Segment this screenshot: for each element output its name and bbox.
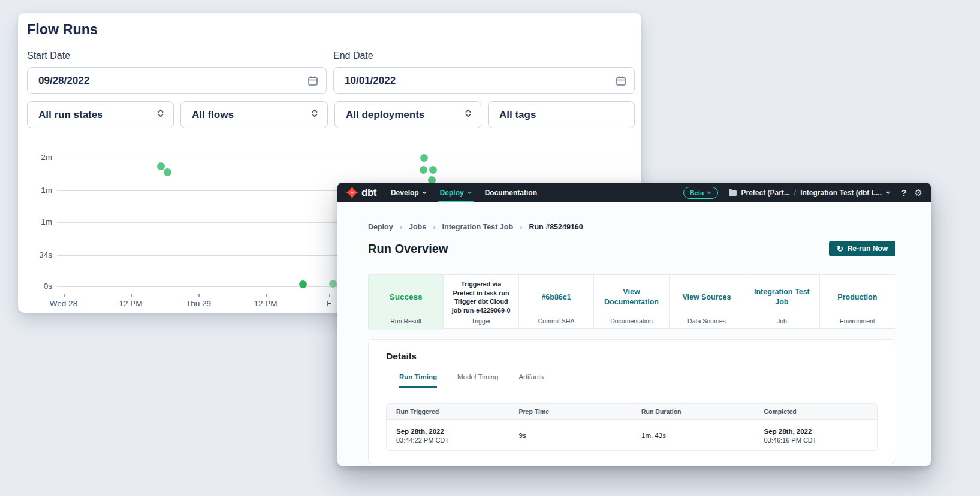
end-date-field <box>333 67 635 94</box>
card-label: Commit SHA <box>519 317 593 325</box>
tab-model-timing[interactable]: Model Timing <box>457 373 498 388</box>
dbt-cloud-window: dbt Develop Deploy Documentation Beta <box>337 183 931 466</box>
tags-select-value: All tags <box>499 109 536 121</box>
run-states-select[interactable]: All run states <box>27 101 174 128</box>
table-header-row: Run Triggered Prep Time Run Duration Com… <box>387 404 877 420</box>
summary-card-trigger: Triggered via Prefect in task run Trigge… <box>444 275 518 330</box>
breadcrumb-deploy[interactable]: Deploy <box>368 223 393 231</box>
help-icon[interactable]: ? <box>901 188 907 198</box>
chevron-down-icon <box>707 191 711 194</box>
nav-item-deploy[interactable]: Deploy <box>440 183 472 202</box>
flow-run-scatter-point[interactable] <box>420 166 427 174</box>
chevron-right-icon: › <box>433 222 435 231</box>
chart-gridline <box>57 158 632 158</box>
tags-select[interactable]: All tags <box>488 101 635 128</box>
separator: / <box>794 189 796 197</box>
col-header-run-triggered: Run Triggered <box>387 408 509 415</box>
card-label: Documentation <box>594 317 668 325</box>
beta-label: Beta <box>690 189 704 196</box>
tab-run-timing[interactable]: Run Timing <box>399 373 437 388</box>
x-axis-tick-mark <box>131 294 132 297</box>
desktop: Flow Runs Start Date End Date All r <box>0 0 980 496</box>
job-link[interactable]: Integration Test Job <box>750 287 813 307</box>
folder-icon <box>729 189 737 196</box>
commit-sha-link[interactable]: #6b86c1 <box>541 292 571 303</box>
cell-prep-time: 9s <box>509 432 632 439</box>
nav-item-documentation[interactable]: Documentation <box>485 183 537 202</box>
y-axis-tick-label: 34s <box>35 250 52 260</box>
cell-completed: Sep 28th, 2022 03:46:16 PM CDT <box>755 428 878 444</box>
x-axis-tick-label: Wed 28 <box>50 299 77 308</box>
calendar-icon[interactable] <box>616 75 626 89</box>
nav-item-label: Deploy <box>440 189 464 197</box>
tab-artifacts[interactable]: Artifacts <box>518 373 544 388</box>
nav-item-label: Develop <box>391 189 419 197</box>
details-heading: Details <box>386 351 417 362</box>
details-card: Details Run Timing Model Timing Artifact… <box>368 339 895 464</box>
rerun-now-label: Re-run Now <box>848 244 888 253</box>
summary-card-documentation: View Documentation Documentation <box>594 275 669 330</box>
summary-card-environment: Production Environment <box>820 275 895 330</box>
start-date-field <box>27 67 327 94</box>
title-row: Run Overview ↻ Re-run Now <box>368 241 895 256</box>
card-label: Trigger <box>444 317 518 325</box>
view-sources-link[interactable]: View Sources <box>682 292 731 303</box>
page-title: Run Overview <box>368 242 448 256</box>
rerun-now-button[interactable]: ↻ Re-run Now <box>829 241 895 256</box>
beta-dropdown[interactable]: Beta <box>683 187 719 199</box>
col-header-prep-time: Prep Time <box>509 408 632 415</box>
dbt-top-nav: dbt Develop Deploy Documentation Beta <box>337 183 931 202</box>
flows-select[interactable]: All flows <box>180 101 328 128</box>
y-axis-tick-label: 1m <box>35 186 52 195</box>
end-date-input[interactable] <box>334 68 634 93</box>
x-axis-tick-label: Thu 29 <box>186 299 211 308</box>
chevron-up-down-icon <box>310 108 319 121</box>
dbt-logo-icon <box>346 186 358 199</box>
dbt-logo[interactable]: dbt <box>346 186 376 199</box>
summary-card-commit-sha: #6b86c1 Commit SHA <box>519 275 594 330</box>
summary-card-job: Integration Test Job Job <box>744 275 819 330</box>
flow-run-scatter-point[interactable] <box>329 280 337 288</box>
completed-time: 03:46:16 PM CDT <box>764 437 878 444</box>
project-name: Prefect (Part... <box>741 189 789 197</box>
breadcrumb-jobs[interactable]: Jobs <box>409 223 426 231</box>
end-date-label: End Date <box>333 50 373 61</box>
breadcrumb-job-name[interactable]: Integration Test Job <box>442 223 514 231</box>
card-label: Job <box>744 317 819 325</box>
view-documentation-link[interactable]: View Documentation <box>600 287 662 307</box>
chevron-right-icon: › <box>400 222 402 231</box>
x-axis-tick-mark <box>198 294 200 297</box>
run-states-select-value: All run states <box>38 109 103 121</box>
nav-item-develop[interactable]: Develop <box>391 183 427 202</box>
x-axis-tick-mark <box>266 294 267 297</box>
x-axis-tick-mark <box>64 294 65 297</box>
project-environment-switcher[interactable]: Prefect (Part... / Integration Test (dbt… <box>729 189 891 197</box>
col-header-run-duration: Run Duration <box>632 408 755 415</box>
flow-run-scatter-point[interactable] <box>157 162 165 170</box>
x-axis-tick-label: F <box>327 299 331 308</box>
cell-run-duration: 1m, 43s <box>632 432 755 439</box>
card-label: Data Sources <box>670 317 744 325</box>
flow-run-scatter-point[interactable] <box>429 166 437 174</box>
flow-runs-title: Flow Runs <box>27 22 98 38</box>
deployments-select[interactable]: All deployments <box>334 101 481 128</box>
flow-run-scatter-point[interactable] <box>164 168 171 176</box>
environment-link[interactable]: Production <box>837 292 877 303</box>
flow-run-scatter-point[interactable] <box>299 280 307 288</box>
start-date-input[interactable] <box>28 68 326 93</box>
environment-name: Integration Test (dbt L... <box>800 189 882 197</box>
card-label: Run Result <box>369 317 443 325</box>
refresh-icon: ↻ <box>837 245 843 253</box>
chevron-down-icon <box>886 191 891 194</box>
summary-card-run-result: Success Run Result <box>369 275 444 330</box>
chevron-down-icon <box>422 191 427 194</box>
calendar-icon[interactable] <box>307 75 318 89</box>
col-header-completed: Completed <box>755 408 878 415</box>
start-date-label: Start Date <box>27 50 70 61</box>
run-summary-cards: Success Run Result Triggered via Prefect… <box>368 274 895 329</box>
gear-icon[interactable]: ⚙ <box>915 188 922 197</box>
chevron-up-down-icon <box>464 108 472 121</box>
flow-run-scatter-point[interactable] <box>420 154 428 162</box>
cell-run-triggered: Sep 28th, 2022 03:44:22 PM CDT <box>387 428 509 444</box>
table-row: Sep 28th, 2022 03:44:22 PM CDT 9s 1m, 43… <box>387 420 877 451</box>
